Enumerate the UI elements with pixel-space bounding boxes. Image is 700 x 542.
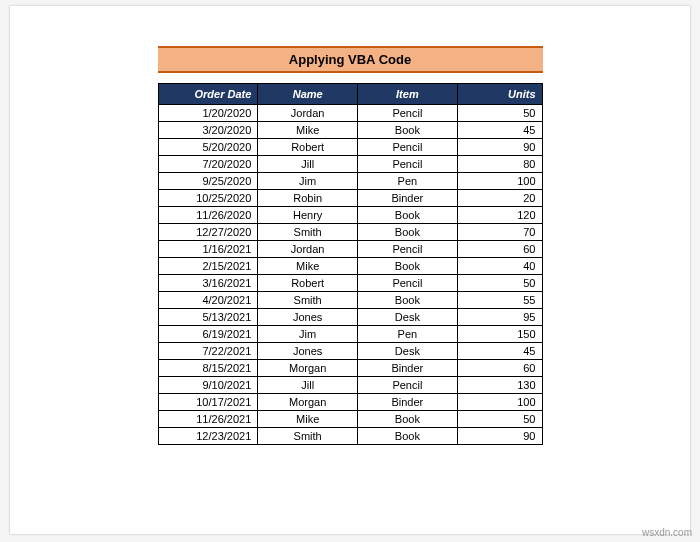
cell-units: 100 [457, 394, 542, 411]
cell-units: 60 [457, 241, 542, 258]
cell-date: 9/25/2020 [158, 173, 258, 190]
cell-units: 130 [457, 377, 542, 394]
cell-item: Pencil [358, 105, 458, 122]
document-page: Applying VBA Code Order Date Name Item U… [10, 6, 690, 534]
cell-name: Robin [258, 190, 358, 207]
table-header-row: Order Date Name Item Units [158, 84, 542, 105]
cell-name: Mike [258, 258, 358, 275]
table-row: 5/13/2021JonesDesk95 [158, 309, 542, 326]
cell-item: Pencil [358, 139, 458, 156]
cell-item: Pencil [358, 377, 458, 394]
table-row: 6/19/2021JimPen150 [158, 326, 542, 343]
table-body: 1/20/2020JordanPencil503/20/2020MikeBook… [158, 105, 542, 445]
table-row: 2/15/2021MikeBook40 [158, 258, 542, 275]
table-row: 12/23/2021SmithBook90 [158, 428, 542, 445]
table-row: 4/20/2021SmithBook55 [158, 292, 542, 309]
cell-name: Robert [258, 139, 358, 156]
cell-date: 7/20/2020 [158, 156, 258, 173]
cell-date: 10/25/2020 [158, 190, 258, 207]
table-row: 3/20/2020MikeBook45 [158, 122, 542, 139]
cell-units: 70 [457, 224, 542, 241]
cell-item: Binder [358, 190, 458, 207]
cell-item: Book [358, 411, 458, 428]
cell-name: Jill [258, 156, 358, 173]
header-units: Units [457, 84, 542, 105]
cell-item: Binder [358, 360, 458, 377]
cell-date: 5/20/2020 [158, 139, 258, 156]
cell-item: Book [358, 428, 458, 445]
cell-date: 9/10/2021 [158, 377, 258, 394]
cell-units: 90 [457, 428, 542, 445]
cell-units: 120 [457, 207, 542, 224]
cell-name: Jones [258, 309, 358, 326]
header-item: Item [358, 84, 458, 105]
cell-name: Jill [258, 377, 358, 394]
table-row: 11/26/2021MikeBook50 [158, 411, 542, 428]
cell-date: 12/27/2020 [158, 224, 258, 241]
table-row: 5/20/2020RobertPencil90 [158, 139, 542, 156]
cell-item: Pen [358, 173, 458, 190]
cell-item: Pencil [358, 241, 458, 258]
cell-date: 4/20/2021 [158, 292, 258, 309]
table-row: 10/25/2020RobinBinder20 [158, 190, 542, 207]
cell-date: 1/20/2020 [158, 105, 258, 122]
cell-item: Book [358, 224, 458, 241]
cell-name: Henry [258, 207, 358, 224]
cell-date: 10/17/2021 [158, 394, 258, 411]
cell-units: 90 [457, 139, 542, 156]
cell-name: Jones [258, 343, 358, 360]
header-order-date: Order Date [158, 84, 258, 105]
cell-date: 7/22/2021 [158, 343, 258, 360]
cell-date: 5/13/2021 [158, 309, 258, 326]
header-name: Name [258, 84, 358, 105]
cell-date: 11/26/2021 [158, 411, 258, 428]
cell-units: 50 [457, 275, 542, 292]
cell-units: 60 [457, 360, 542, 377]
cell-name: Jim [258, 326, 358, 343]
cell-item: Book [358, 292, 458, 309]
cell-item: Binder [358, 394, 458, 411]
cell-units: 50 [457, 411, 542, 428]
cell-date: 11/26/2020 [158, 207, 258, 224]
watermark-text: wsxdn.com [642, 527, 692, 538]
cell-date: 2/15/2021 [158, 258, 258, 275]
table-row: 11/26/2020HenryBook120 [158, 207, 542, 224]
cell-units: 50 [457, 105, 542, 122]
cell-date: 8/15/2021 [158, 360, 258, 377]
cell-date: 6/19/2021 [158, 326, 258, 343]
cell-name: Morgan [258, 394, 358, 411]
cell-item: Book [358, 122, 458, 139]
cell-name: Jim [258, 173, 358, 190]
cell-name: Mike [258, 411, 358, 428]
cell-date: 1/16/2021 [158, 241, 258, 258]
table-row: 1/16/2021JordanPencil60 [158, 241, 542, 258]
cell-units: 45 [457, 122, 542, 139]
cell-units: 45 [457, 343, 542, 360]
table-row: 7/22/2021JonesDesk45 [158, 343, 542, 360]
cell-units: 20 [457, 190, 542, 207]
table-row: 9/10/2021JillPencil130 [158, 377, 542, 394]
table-row: 3/16/2021RobertPencil50 [158, 275, 542, 292]
table-row: 10/17/2021MorganBinder100 [158, 394, 542, 411]
table-row: 12/27/2020SmithBook70 [158, 224, 542, 241]
cell-name: Robert [258, 275, 358, 292]
cell-units: 95 [457, 309, 542, 326]
cell-units: 55 [457, 292, 542, 309]
data-table: Order Date Name Item Units 1/20/2020Jord… [158, 83, 543, 445]
cell-date: 12/23/2021 [158, 428, 258, 445]
cell-name: Jordan [258, 105, 358, 122]
table-title: Applying VBA Code [158, 46, 543, 73]
cell-item: Pencil [358, 156, 458, 173]
cell-name: Morgan [258, 360, 358, 377]
cell-date: 3/16/2021 [158, 275, 258, 292]
cell-units: 100 [457, 173, 542, 190]
cell-item: Desk [358, 343, 458, 360]
cell-units: 150 [457, 326, 542, 343]
cell-item: Desk [358, 309, 458, 326]
cell-item: Book [358, 258, 458, 275]
cell-item: Book [358, 207, 458, 224]
cell-item: Pencil [358, 275, 458, 292]
table-row: 8/15/2021MorganBinder60 [158, 360, 542, 377]
cell-item: Pen [358, 326, 458, 343]
cell-name: Mike [258, 122, 358, 139]
